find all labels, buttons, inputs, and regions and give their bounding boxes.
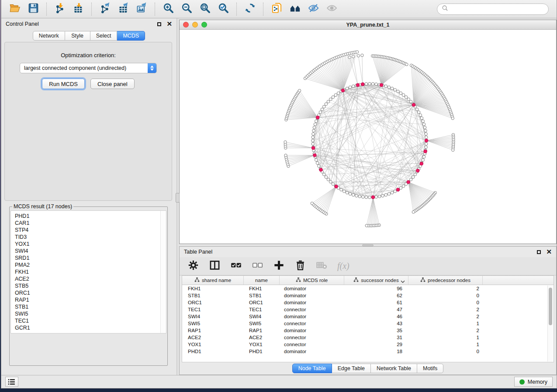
- close-panel-button[interactable]: Close panel: [90, 79, 135, 89]
- column-header-name[interactable]: name: [244, 276, 280, 285]
- search-input[interactable]: [451, 6, 544, 12]
- table-row[interactable]: ORC1ORC1dominator610: [182, 299, 554, 306]
- mcds-node-item[interactable]: GCR1: [15, 324, 162, 331]
- save-session-button[interactable]: [25, 2, 42, 17]
- table-scrollbar[interactable]: [547, 285, 553, 361]
- table-row[interactable]: SWI4SWI4dominator462: [182, 313, 554, 320]
- zoom-out-button[interactable]: [178, 2, 195, 17]
- run-mcds-button[interactable]: Run MCDS: [42, 79, 85, 89]
- memory-button[interactable]: Memory: [514, 377, 553, 387]
- table-row[interactable]: RAP1RAP1dominator352: [182, 327, 554, 334]
- add-button[interactable]: [273, 259, 285, 273]
- columns-button[interactable]: [209, 259, 221, 273]
- mcds-node-item[interactable]: TID3: [15, 234, 162, 241]
- column-header-shared-name[interactable]: shared name: [182, 276, 244, 285]
- zoom-fit-icon: [199, 2, 211, 16]
- settings-icon: [187, 265, 199, 272]
- column-header-predecessor-nodes[interactable]: predecessor nodes: [408, 276, 483, 285]
- table-row[interactable]: PHD1PHD1dominator180: [182, 348, 554, 355]
- table-row[interactable]: TEC1TEC1connector472: [182, 306, 554, 313]
- mcds-node-item[interactable]: CAR1: [15, 220, 162, 227]
- network-canvas[interactable]: [180, 30, 556, 244]
- import-network-button[interactable]: [52, 2, 68, 17]
- optimization-criterion-select[interactable]: largest connected component (undirected): [20, 63, 157, 73]
- tab-network[interactable]: Network: [33, 31, 65, 41]
- show-all-button[interactable]: [323, 2, 340, 17]
- network-window-titlebar[interactable]: YPA_prune.txt_1: [180, 20, 556, 30]
- mcds-list-scrollbar[interactable]: [160, 211, 166, 333]
- table-row[interactable]: STB1STB1dominator620: [182, 292, 554, 299]
- mcds-node-item[interactable]: SRD1: [15, 254, 162, 261]
- float-panel-icon[interactable]: [157, 22, 161, 26]
- splitter-handle[interactable]: [176, 193, 180, 203]
- maximize-window-icon[interactable]: [201, 22, 207, 28]
- cell: SWI5: [244, 321, 280, 326]
- mcds-node-item[interactable]: PMA2: [15, 261, 162, 268]
- mcds-node-item[interactable]: YOX1: [15, 241, 162, 248]
- task-history-button[interactable]: [5, 377, 18, 387]
- zoom-selected-button[interactable]: [215, 2, 232, 17]
- close-window-icon[interactable]: [183, 22, 189, 28]
- mcds-node-item[interactable]: SWI5: [15, 310, 162, 317]
- tab-motifs[interactable]: Motifs: [417, 364, 443, 373]
- tab-mcds[interactable]: MCDS: [117, 31, 145, 41]
- clone-network-button[interactable]: [268, 2, 285, 17]
- mcds-node-item[interactable]: SWI4: [15, 248, 162, 254]
- refresh-button[interactable]: [242, 2, 258, 17]
- close-panel-icon[interactable]: ✕: [166, 21, 172, 27]
- select-all-button[interactable]: [230, 259, 242, 273]
- tab-select[interactable]: Select: [90, 31, 118, 41]
- search-box[interactable]: [437, 3, 549, 15]
- table-row[interactable]: ACE2ACE2connector311: [182, 334, 554, 341]
- table-toolbar: f(x): [180, 257, 556, 275]
- mcds-node-item[interactable]: STB1: [15, 303, 162, 310]
- tab-style[interactable]: Style: [65, 31, 90, 41]
- deselect-all-button[interactable]: [252, 259, 263, 273]
- horizontal-splitter[interactable]: [179, 244, 557, 246]
- settings-button[interactable]: [187, 259, 199, 273]
- cell: connector: [280, 307, 344, 312]
- column-header-successor-nodes[interactable]: successor nodes: [344, 276, 408, 285]
- open-file-button[interactable]: [7, 2, 23, 17]
- tab-network-table[interactable]: Network Table: [371, 364, 417, 373]
- import-table-button[interactable]: [70, 2, 86, 17]
- table-row[interactable]: FKH1FKH1dominator962: [182, 285, 554, 292]
- table-row[interactable]: YOX1YOX1connector291: [182, 341, 554, 348]
- mcds-node-item[interactable]: STB5: [15, 282, 162, 289]
- float-table-panel-icon[interactable]: [537, 250, 541, 254]
- export-table-button[interactable]: [115, 2, 131, 17]
- mcds-node-item[interactable]: RAP1: [15, 296, 162, 303]
- first-neighbors-button[interactable]: [287, 2, 303, 17]
- cell: dominator: [280, 314, 344, 319]
- chevron-down-icon[interactable]: [401, 279, 405, 284]
- delete-button[interactable]: [294, 259, 306, 273]
- graph-leaf-nodes[interactable]: [284, 51, 455, 227]
- mcds-node-item[interactable]: STP4: [15, 227, 162, 234]
- refresh-icon: [244, 2, 256, 16]
- mcds-node-item[interactable]: TEC1: [15, 317, 162, 324]
- tab-edge-table[interactable]: Edge Table: [332, 364, 371, 373]
- table-scrollbar-thumb[interactable]: [549, 288, 552, 325]
- close-table-panel-icon[interactable]: ✕: [546, 249, 552, 254]
- tab-node-table[interactable]: Node Table: [292, 364, 332, 373]
- function-builder-button[interactable]: f(x): [337, 261, 349, 271]
- export-network-button[interactable]: [97, 2, 113, 17]
- select-stepper-icon[interactable]: [148, 63, 156, 73]
- minimize-window-icon[interactable]: [192, 22, 198, 28]
- vertical-splitter[interactable]: [176, 18, 178, 375]
- splitter-dot[interactable]: [362, 244, 374, 246]
- hide-selected-button[interactable]: [305, 2, 322, 17]
- zoom-fit-button[interactable]: [197, 2, 213, 17]
- zoom-in-button[interactable]: [160, 2, 176, 17]
- network-graph[interactable]: [180, 30, 556, 244]
- mcds-result-list[interactable]: PHD1CAR1STP4TID3YOX1SWI4SRD1PMA2FKH1ACE2…: [10, 210, 166, 334]
- column-header-MCDS-role[interactable]: MCDS role: [280, 276, 344, 285]
- mcds-node-item[interactable]: ORC1: [15, 289, 162, 296]
- mcds-node-item[interactable]: PHD1: [15, 213, 162, 220]
- export-image-button[interactable]: [133, 2, 150, 17]
- delete-table-button[interactable]: [316, 259, 328, 273]
- table-row[interactable]: SWI5SWI5connector431: [182, 320, 554, 327]
- mcds-node-item[interactable]: FKH1: [15, 268, 162, 275]
- import-table-icon: [73, 2, 84, 16]
- mcds-node-item[interactable]: ACE2: [15, 275, 162, 282]
